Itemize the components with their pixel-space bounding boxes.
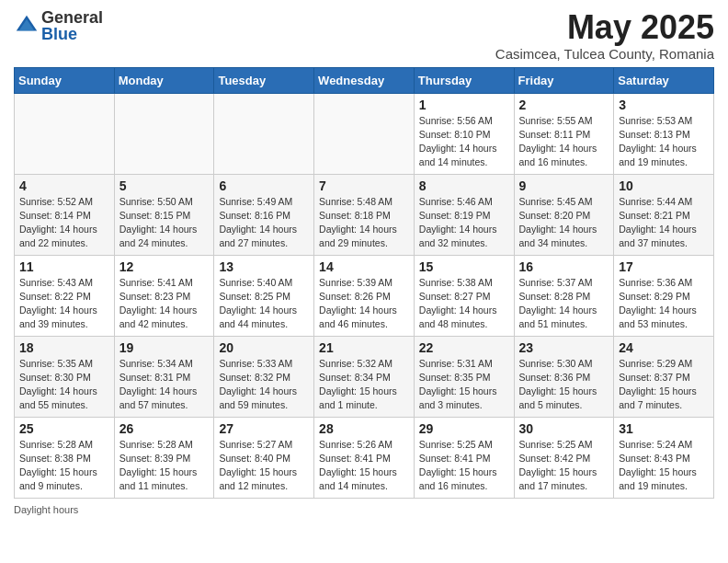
footer: Daylight hours [14, 504, 714, 515]
logo-general-text: General [41, 9, 103, 26]
day-number: 11 [19, 259, 109, 274]
calendar-cell: 20Sunrise: 5:33 AM Sunset: 8:32 PM Dayli… [214, 336, 314, 417]
day-number: 3 [619, 98, 709, 112]
day-info: Sunrise: 5:36 AM Sunset: 8:29 PM Dayligh… [619, 276, 709, 332]
calendar-cell [214, 93, 314, 174]
day-number: 10 [619, 178, 709, 193]
calendar-cell: 19Sunrise: 5:34 AM Sunset: 8:31 PM Dayli… [114, 336, 214, 417]
calendar-cell: 16Sunrise: 5:37 AM Sunset: 8:28 PM Dayli… [514, 255, 614, 336]
day-info: Sunrise: 5:32 AM Sunset: 8:34 PM Dayligh… [319, 357, 409, 413]
calendar-cell: 27Sunrise: 5:27 AM Sunset: 8:40 PM Dayli… [214, 417, 314, 498]
logo-icon [14, 13, 40, 39]
day-info: Sunrise: 5:24 AM Sunset: 8:43 PM Dayligh… [619, 438, 709, 494]
day-info: Sunrise: 5:33 AM Sunset: 8:32 PM Dayligh… [219, 357, 309, 413]
day-info: Sunrise: 5:50 AM Sunset: 8:15 PM Dayligh… [119, 195, 210, 251]
calendar-cell: 17Sunrise: 5:36 AM Sunset: 8:29 PM Dayli… [614, 255, 714, 336]
day-header-thursday: Thursday [414, 67, 514, 93]
calendar-cell: 7Sunrise: 5:48 AM Sunset: 8:18 PM Daylig… [314, 174, 415, 255]
day-number: 30 [519, 421, 609, 436]
month-title: May 2025 [495, 9, 714, 46]
day-number: 7 [319, 178, 409, 193]
calendar-cell: 11Sunrise: 5:43 AM Sunset: 8:22 PM Dayli… [15, 255, 115, 336]
calendar-cell: 24Sunrise: 5:29 AM Sunset: 8:37 PM Dayli… [614, 336, 714, 417]
calendar-cell: 25Sunrise: 5:28 AM Sunset: 8:38 PM Dayli… [15, 417, 115, 498]
calendar-cell: 12Sunrise: 5:41 AM Sunset: 8:23 PM Dayli… [114, 255, 214, 336]
week-row-1: 1Sunrise: 5:56 AM Sunset: 8:10 PM Daylig… [15, 93, 714, 174]
daylight-hours-label: Daylight hours [14, 504, 78, 515]
day-info: Sunrise: 5:25 AM Sunset: 8:42 PM Dayligh… [519, 438, 609, 494]
day-info: Sunrise: 5:35 AM Sunset: 8:30 PM Dayligh… [19, 357, 109, 413]
calendar-cell: 5Sunrise: 5:50 AM Sunset: 8:15 PM Daylig… [114, 174, 214, 255]
day-header-friday: Friday [514, 67, 614, 93]
day-number: 13 [219, 259, 309, 274]
page-header: General Blue May 2025 Casimcea, Tulcea C… [14, 9, 714, 62]
day-number: 22 [419, 340, 509, 355]
day-number: 2 [519, 98, 609, 112]
day-number: 12 [119, 259, 210, 274]
calendar-cell: 4Sunrise: 5:52 AM Sunset: 8:14 PM Daylig… [15, 174, 115, 255]
title-area: May 2025 Casimcea, Tulcea County, Romani… [495, 9, 714, 62]
logo-blue-text: Blue [41, 26, 103, 42]
day-info: Sunrise: 5:26 AM Sunset: 8:41 PM Dayligh… [319, 438, 409, 494]
calendar-cell: 28Sunrise: 5:26 AM Sunset: 8:41 PM Dayli… [314, 417, 415, 498]
calendar-cell: 3Sunrise: 5:53 AM Sunset: 8:13 PM Daylig… [614, 93, 714, 174]
day-info: Sunrise: 5:49 AM Sunset: 8:16 PM Dayligh… [219, 195, 309, 251]
day-info: Sunrise: 5:31 AM Sunset: 8:35 PM Dayligh… [419, 357, 509, 413]
day-number: 5 [119, 178, 210, 193]
day-header-row: SundayMondayTuesdayWednesdayThursdayFrid… [15, 67, 714, 93]
day-number: 19 [119, 340, 210, 355]
day-number: 8 [419, 178, 509, 193]
calendar-cell [15, 93, 115, 174]
day-info: Sunrise: 5:53 AM Sunset: 8:13 PM Dayligh… [619, 114, 709, 170]
day-header-tuesday: Tuesday [214, 67, 314, 93]
day-number: 21 [319, 340, 409, 355]
calendar-table: SundayMondayTuesdayWednesdayThursdayFrid… [14, 67, 714, 499]
logo-text: General Blue [41, 9, 103, 42]
week-row-5: 25Sunrise: 5:28 AM Sunset: 8:38 PM Dayli… [15, 417, 714, 498]
day-info: Sunrise: 5:38 AM Sunset: 8:27 PM Dayligh… [419, 276, 509, 332]
day-header-sunday: Sunday [15, 67, 115, 93]
day-number: 1 [419, 98, 509, 112]
day-info: Sunrise: 5:44 AM Sunset: 8:21 PM Dayligh… [619, 195, 709, 251]
day-number: 23 [519, 340, 609, 355]
day-info: Sunrise: 5:28 AM Sunset: 8:38 PM Dayligh… [19, 438, 109, 494]
calendar-cell: 1Sunrise: 5:56 AM Sunset: 8:10 PM Daylig… [414, 93, 514, 174]
day-info: Sunrise: 5:27 AM Sunset: 8:40 PM Dayligh… [219, 438, 309, 494]
day-header-monday: Monday [114, 67, 214, 93]
day-number: 31 [619, 421, 709, 436]
day-info: Sunrise: 5:46 AM Sunset: 8:19 PM Dayligh… [419, 195, 509, 251]
day-number: 6 [219, 178, 309, 193]
logo: General Blue [14, 9, 103, 42]
day-header-wednesday: Wednesday [314, 67, 415, 93]
day-info: Sunrise: 5:45 AM Sunset: 8:20 PM Dayligh… [519, 195, 609, 251]
day-number: 4 [19, 178, 109, 193]
week-row-3: 11Sunrise: 5:43 AM Sunset: 8:22 PM Dayli… [15, 255, 714, 336]
day-info: Sunrise: 5:52 AM Sunset: 8:14 PM Dayligh… [19, 195, 109, 251]
day-info: Sunrise: 5:41 AM Sunset: 8:23 PM Dayligh… [119, 276, 210, 332]
day-info: Sunrise: 5:28 AM Sunset: 8:39 PM Dayligh… [119, 438, 210, 494]
calendar-cell: 23Sunrise: 5:30 AM Sunset: 8:36 PM Dayli… [514, 336, 614, 417]
day-info: Sunrise: 5:25 AM Sunset: 8:41 PM Dayligh… [419, 438, 509, 494]
calendar-cell [314, 93, 415, 174]
day-info: Sunrise: 5:55 AM Sunset: 8:11 PM Dayligh… [519, 114, 609, 170]
calendar-cell: 2Sunrise: 5:55 AM Sunset: 8:11 PM Daylig… [514, 93, 614, 174]
calendar-cell: 14Sunrise: 5:39 AM Sunset: 8:26 PM Dayli… [314, 255, 415, 336]
day-number: 24 [619, 340, 709, 355]
calendar-cell: 10Sunrise: 5:44 AM Sunset: 8:21 PM Dayli… [614, 174, 714, 255]
calendar-cell: 21Sunrise: 5:32 AM Sunset: 8:34 PM Dayli… [314, 336, 415, 417]
calendar-cell: 22Sunrise: 5:31 AM Sunset: 8:35 PM Dayli… [414, 336, 514, 417]
day-number: 29 [419, 421, 509, 436]
calendar-cell: 30Sunrise: 5:25 AM Sunset: 8:42 PM Dayli… [514, 417, 614, 498]
calendar-cell: 31Sunrise: 5:24 AM Sunset: 8:43 PM Dayli… [614, 417, 714, 498]
day-number: 14 [319, 259, 409, 274]
day-number: 16 [519, 259, 609, 274]
week-row-4: 18Sunrise: 5:35 AM Sunset: 8:30 PM Dayli… [15, 336, 714, 417]
day-number: 9 [519, 178, 609, 193]
day-info: Sunrise: 5:56 AM Sunset: 8:10 PM Dayligh… [419, 114, 509, 170]
day-header-saturday: Saturday [614, 67, 714, 93]
calendar-cell: 26Sunrise: 5:28 AM Sunset: 8:39 PM Dayli… [114, 417, 214, 498]
day-info: Sunrise: 5:30 AM Sunset: 8:36 PM Dayligh… [519, 357, 609, 413]
day-info: Sunrise: 5:40 AM Sunset: 8:25 PM Dayligh… [219, 276, 309, 332]
day-info: Sunrise: 5:37 AM Sunset: 8:28 PM Dayligh… [519, 276, 609, 332]
calendar-cell: 8Sunrise: 5:46 AM Sunset: 8:19 PM Daylig… [414, 174, 514, 255]
